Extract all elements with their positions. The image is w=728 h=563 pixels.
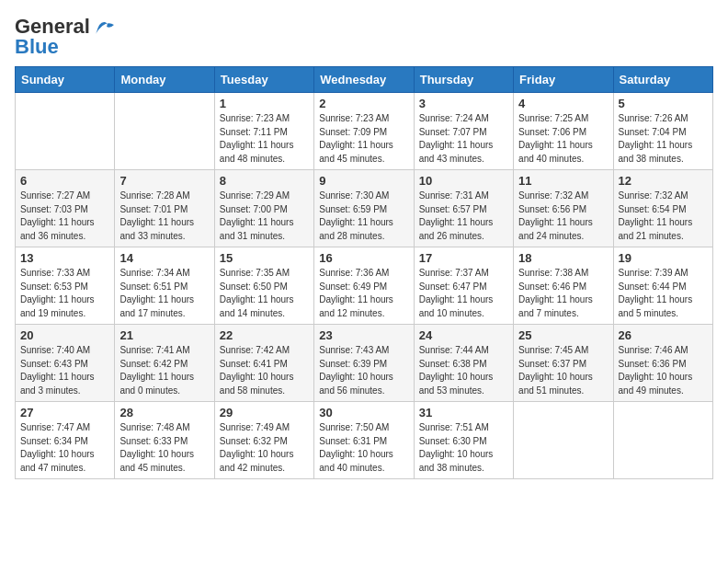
weekday-header-tuesday: Tuesday: [214, 67, 313, 93]
day-number: 17: [419, 251, 508, 265]
day-info: Sunrise: 7:51 AM Sunset: 6:30 PM Dayligh…: [419, 421, 508, 475]
day-info: Sunrise: 7:40 AM Sunset: 6:43 PM Dayligh…: [20, 344, 109, 397]
calendar-cell: 11Sunrise: 7:32 AM Sunset: 6:56 PM Dayli…: [514, 170, 613, 247]
day-info: Sunrise: 7:49 AM Sunset: 6:32 PM Dayligh…: [220, 421, 309, 475]
day-info: Sunrise: 7:28 AM Sunset: 7:01 PM Dayligh…: [119, 190, 209, 243]
day-info: Sunrise: 7:30 AM Sunset: 6:59 PM Dayligh…: [319, 190, 408, 243]
day-number: 21: [119, 328, 209, 342]
calendar-week-row: 27Sunrise: 7:47 AM Sunset: 6:34 PM Dayli…: [16, 402, 713, 479]
day-info: Sunrise: 7:32 AM Sunset: 6:54 PM Dayligh…: [619, 190, 708, 243]
day-info: Sunrise: 7:23 AM Sunset: 7:11 PM Dayligh…: [220, 112, 309, 166]
day-number: 16: [319, 251, 408, 265]
calendar-cell: 21Sunrise: 7:41 AM Sunset: 6:42 PM Dayli…: [115, 325, 214, 402]
day-info: Sunrise: 7:25 AM Sunset: 7:06 PM Dayligh…: [518, 112, 608, 166]
day-info: Sunrise: 7:47 AM Sunset: 6:34 PM Dayligh…: [20, 421, 109, 475]
day-info: Sunrise: 7:34 AM Sunset: 6:51 PM Dayligh…: [119, 267, 209, 320]
calendar-cell: 8Sunrise: 7:29 AM Sunset: 7:00 PM Daylig…: [214, 170, 313, 247]
day-number: 13: [20, 251, 109, 265]
day-info: Sunrise: 7:43 AM Sunset: 6:39 PM Dayligh…: [319, 344, 408, 397]
calendar-week-row: 13Sunrise: 7:33 AM Sunset: 6:53 PM Dayli…: [16, 247, 713, 325]
day-number: 23: [319, 328, 408, 342]
weekday-header-wednesday: Wednesday: [314, 67, 414, 93]
calendar-week-row: 1Sunrise: 7:23 AM Sunset: 7:11 PM Daylig…: [16, 93, 713, 170]
day-info: Sunrise: 7:23 AM Sunset: 7:09 PM Dayligh…: [319, 112, 408, 166]
calendar-cell: 29Sunrise: 7:49 AM Sunset: 6:32 PM Dayli…: [214, 402, 313, 479]
calendar-cell: 10Sunrise: 7:31 AM Sunset: 6:57 PM Dayli…: [414, 170, 513, 247]
weekday-header-row: SundayMondayTuesdayWednesdayThursdayFrid…: [16, 67, 713, 93]
day-number: 31: [419, 406, 508, 419]
calendar-cell: 25Sunrise: 7:45 AM Sunset: 6:37 PM Dayli…: [514, 325, 613, 402]
calendar-cell: 16Sunrise: 7:36 AM Sunset: 6:49 PM Dayli…: [314, 247, 414, 325]
day-info: Sunrise: 7:42 AM Sunset: 6:41 PM Dayligh…: [220, 344, 309, 397]
day-number: 15: [220, 251, 309, 265]
calendar-cell: 31Sunrise: 7:51 AM Sunset: 6:30 PM Dayli…: [414, 402, 513, 479]
day-number: 8: [220, 174, 309, 188]
day-number: 18: [518, 251, 608, 265]
calendar-cell: 20Sunrise: 7:40 AM Sunset: 6:43 PM Dayli…: [16, 325, 115, 402]
day-number: 6: [20, 174, 109, 188]
calendar-cell: 24Sunrise: 7:44 AM Sunset: 6:38 PM Dayli…: [414, 325, 513, 402]
calendar-cell: 28Sunrise: 7:48 AM Sunset: 6:33 PM Dayli…: [115, 402, 214, 479]
day-number: 3: [419, 97, 508, 110]
day-info: Sunrise: 7:27 AM Sunset: 7:03 PM Dayligh…: [20, 190, 109, 243]
day-info: Sunrise: 7:50 AM Sunset: 6:31 PM Dayligh…: [319, 421, 408, 475]
day-info: Sunrise: 7:38 AM Sunset: 6:46 PM Dayligh…: [518, 267, 608, 320]
weekday-header-thursday: Thursday: [414, 67, 513, 93]
calendar-cell: 3Sunrise: 7:24 AM Sunset: 7:07 PM Daylig…: [414, 93, 513, 170]
calendar-week-row: 6Sunrise: 7:27 AM Sunset: 7:03 PM Daylig…: [16, 170, 713, 247]
day-info: Sunrise: 7:41 AM Sunset: 6:42 PM Dayligh…: [119, 344, 209, 397]
page-header: General Blue: [15, 15, 713, 59]
day-info: Sunrise: 7:45 AM Sunset: 6:37 PM Dayligh…: [518, 344, 608, 397]
day-number: 14: [119, 251, 209, 265]
weekday-header-friday: Friday: [514, 67, 613, 93]
calendar-cell: 27Sunrise: 7:47 AM Sunset: 6:34 PM Dayli…: [16, 402, 115, 479]
calendar-cell: 17Sunrise: 7:37 AM Sunset: 6:47 PM Dayli…: [414, 247, 513, 325]
calendar-cell: 14Sunrise: 7:34 AM Sunset: 6:51 PM Dayli…: [115, 247, 214, 325]
day-info: Sunrise: 7:36 AM Sunset: 6:49 PM Dayligh…: [319, 267, 408, 320]
day-number: 26: [619, 328, 708, 342]
day-info: Sunrise: 7:31 AM Sunset: 6:57 PM Dayligh…: [419, 190, 508, 243]
day-info: Sunrise: 7:44 AM Sunset: 6:38 PM Dayligh…: [419, 344, 508, 397]
calendar-week-row: 20Sunrise: 7:40 AM Sunset: 6:43 PM Dayli…: [16, 325, 713, 402]
day-info: Sunrise: 7:39 AM Sunset: 6:44 PM Dayligh…: [619, 267, 708, 320]
calendar-cell: 19Sunrise: 7:39 AM Sunset: 6:44 PM Dayli…: [613, 247, 712, 325]
day-info: Sunrise: 7:29 AM Sunset: 7:00 PM Dayligh…: [220, 190, 309, 243]
calendar-cell: 6Sunrise: 7:27 AM Sunset: 7:03 PM Daylig…: [16, 170, 115, 247]
day-info: Sunrise: 7:48 AM Sunset: 6:33 PM Dayligh…: [119, 421, 209, 475]
day-number: 2: [319, 97, 408, 110]
weekday-header-sunday: Sunday: [16, 67, 115, 93]
calendar-cell: 13Sunrise: 7:33 AM Sunset: 6:53 PM Dayli…: [16, 247, 115, 325]
calendar-cell: [613, 402, 712, 479]
day-number: 9: [319, 174, 408, 188]
calendar-cell: 9Sunrise: 7:30 AM Sunset: 6:59 PM Daylig…: [314, 170, 414, 247]
day-info: Sunrise: 7:37 AM Sunset: 6:47 PM Dayligh…: [419, 267, 508, 320]
logo-icon: [92, 17, 118, 36]
calendar-cell: 5Sunrise: 7:26 AM Sunset: 7:04 PM Daylig…: [613, 93, 712, 170]
calendar-cell: 23Sunrise: 7:43 AM Sunset: 6:39 PM Dayli…: [314, 325, 414, 402]
day-number: 20: [20, 328, 109, 342]
day-number: 25: [518, 328, 608, 342]
day-number: 30: [319, 406, 408, 419]
calendar-cell: 4Sunrise: 7:25 AM Sunset: 7:06 PM Daylig…: [514, 93, 613, 170]
day-number: 27: [20, 406, 109, 419]
logo: General Blue: [15, 15, 118, 59]
calendar-cell: 22Sunrise: 7:42 AM Sunset: 6:41 PM Dayli…: [214, 325, 313, 402]
day-number: 12: [619, 174, 708, 188]
day-number: 11: [518, 174, 608, 188]
day-number: 1: [220, 97, 309, 110]
calendar-table: SundayMondayTuesdayWednesdayThursdayFrid…: [15, 66, 713, 479]
day-info: Sunrise: 7:32 AM Sunset: 6:56 PM Dayligh…: [518, 190, 608, 243]
calendar-cell: 2Sunrise: 7:23 AM Sunset: 7:09 PM Daylig…: [314, 93, 414, 170]
calendar-cell: [115, 93, 214, 170]
day-number: 10: [419, 174, 508, 188]
day-number: 28: [119, 406, 209, 419]
calendar-cell: 7Sunrise: 7:28 AM Sunset: 7:01 PM Daylig…: [115, 170, 214, 247]
calendar-cell: 1Sunrise: 7:23 AM Sunset: 7:11 PM Daylig…: [214, 93, 313, 170]
calendar-cell: 26Sunrise: 7:46 AM Sunset: 6:36 PM Dayli…: [613, 325, 712, 402]
calendar-cell: [514, 402, 613, 479]
calendar-cell: 18Sunrise: 7:38 AM Sunset: 6:46 PM Dayli…: [514, 247, 613, 325]
day-number: 7: [119, 174, 209, 188]
day-info: Sunrise: 7:26 AM Sunset: 7:04 PM Dayligh…: [619, 112, 708, 166]
weekday-header-saturday: Saturday: [613, 67, 712, 93]
calendar-cell: 30Sunrise: 7:50 AM Sunset: 6:31 PM Dayli…: [314, 402, 414, 479]
